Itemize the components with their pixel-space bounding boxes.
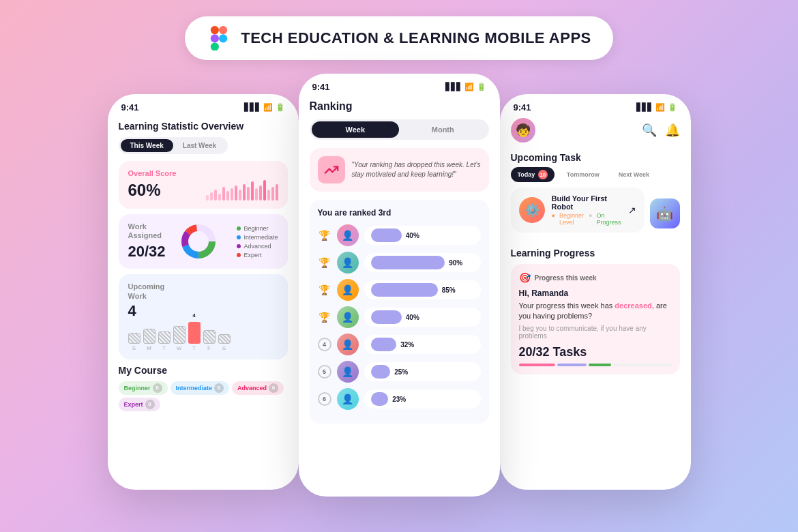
work-assigned-card: WorkAssigned 20/32 Beginner (119, 214, 288, 269)
rank-bar-container-1: 40% (364, 226, 481, 245)
rank-bar-fill-2 (371, 256, 445, 269)
rank-row-n4: 4 👤 32% (318, 334, 481, 355)
bar-fill-s2 (218, 334, 231, 344)
task-tabs[interactable]: Today 10 Tommorow Next Week (511, 167, 680, 182)
expert-dot (237, 253, 241, 257)
rank-avatar-1: 👤 (337, 224, 359, 246)
bar-fill-m (143, 329, 156, 344)
intermediate-dot (237, 235, 241, 239)
day-t1: T (162, 345, 166, 351)
beginner-dot (237, 226, 241, 231)
work-label: WorkAssigned (128, 222, 166, 240)
score-row: 60% (128, 180, 278, 201)
rank-avatar-6: 👤 (337, 388, 359, 410)
work-value: 20/32 (128, 243, 166, 261)
task-tab-tomorrow[interactable]: Tommorow (560, 168, 606, 181)
user-avatar: 🧒 (511, 118, 535, 143)
search-icon[interactable]: 🔍 (642, 123, 657, 138)
score-label: Overall Score (128, 169, 278, 177)
beginner-label: Beginner (243, 225, 268, 232)
center-battery-icon: 🔋 (477, 83, 486, 91)
upcoming-task-title: Upcoming Task (511, 152, 680, 163)
intermediate-label: Intermediate (243, 234, 278, 241)
day-m: M (147, 345, 151, 351)
rank-avatar-4: 👤 (337, 306, 359, 328)
bar-t2: 4 T (188, 322, 201, 351)
task-tab-nextweek[interactable]: Next Week (612, 168, 656, 181)
rank-number-6: 6 (318, 392, 331, 406)
this-week-tab[interactable]: This Week (121, 139, 173, 152)
rank-percent-5: 25% (394, 368, 408, 376)
ranking-tab-week[interactable]: Week (312, 121, 400, 138)
notification-icon[interactable]: 🔔 (665, 123, 680, 138)
week-tabs[interactable]: This Week Last Week (119, 137, 228, 154)
header-banner: TECH EDUCATION & LEARNING MOBILE APPS (185, 16, 613, 60)
my-course-title: My Course (119, 365, 288, 376)
rank-percent-3: 85% (442, 286, 456, 294)
svg-rect-2 (211, 34, 219, 42)
center-phone: 9:41 ▋▋▋ 📶 🔋 Ranking Week Month (299, 74, 500, 497)
right-phone: 9:41 ▋▋▋ 📶 🔋 🧒 🔍 🔔 Upcoming Task Today 1… (500, 94, 691, 490)
tag-advanced[interactable]: Advanced 0 (232, 381, 284, 395)
day-s1: S (132, 345, 136, 351)
task-count-badge: 10 (538, 170, 548, 179)
header-title: TECH EDUCATION & LEARNING MOBILE APPS (241, 29, 591, 47)
right-time: 9:41 (514, 102, 531, 113)
bar-1 (206, 195, 209, 201)
rank-row-3: 🏆 👤 85% (318, 279, 481, 301)
task-tab-today[interactable]: Today 10 (511, 167, 555, 182)
task-tab-today-label: Today (518, 171, 535, 178)
alert-card: "Your ranking has dropped this week. Let… (310, 148, 489, 192)
bar-s2: S (218, 334, 231, 351)
bar-9 (239, 190, 241, 201)
rank-percent-n4: 32% (400, 341, 414, 349)
center-wifi-icon: 📶 (464, 83, 474, 91)
day-t2: T (192, 345, 196, 351)
day-w: W (177, 345, 182, 351)
work-left: WorkAssigned 20/32 (128, 222, 166, 261)
ranking-tabs[interactable]: Week Month (310, 119, 489, 140)
bar-12 (251, 181, 254, 201)
learning-stat-title: Learning Statistic Overview (119, 121, 288, 132)
bar-6 (226, 191, 229, 201)
tag-beginner[interactable]: Beginner 0 (119, 381, 168, 395)
progress-tag-text: Progress this week (535, 274, 597, 282)
advanced-dot (237, 244, 241, 248)
bar-fill-t1 (158, 331, 171, 344)
course-tags: Beginner 0 Intermediate 0 Advanced 0 Exp… (119, 381, 288, 411)
tag-intermediate[interactable]: Intermediate 0 (171, 381, 230, 395)
task-icon: ⚙️ (519, 197, 545, 223)
task-card[interactable]: ⚙️ Build Your First Robot ● Beginner Lev… (511, 188, 645, 233)
legend-advanced: Advanced (237, 243, 278, 250)
last-week-tab[interactable]: Last Week (173, 139, 226, 152)
task-card-wrapper: ⚙️ Build Your First Robot ● Beginner Lev… (511, 188, 680, 239)
upcoming-label: UpcomingWork (128, 282, 278, 300)
prog-seg-4 (613, 364, 672, 366)
ranking-tab-month[interactable]: Month (399, 121, 487, 138)
alert-icon (318, 156, 345, 183)
day-s2: S (222, 345, 226, 351)
right-wifi-icon: 📶 (655, 103, 665, 112)
rank-bar-container-3: 85% (364, 280, 481, 299)
progress-subtext: I beg you to communicate, if you have an… (519, 325, 672, 340)
rank-percent-2: 90% (449, 259, 462, 267)
rank-avatar-3: 👤 (337, 279, 359, 301)
task-level-text: Beginner Level (559, 212, 585, 226)
bar-16 (267, 190, 270, 201)
tag-expert-count: 0 (145, 400, 155, 409)
bar-fill-s1 (128, 333, 141, 344)
rank-trophy-3: 🏆 (318, 284, 331, 295)
rank-bar-container-6: 23% (364, 389, 481, 409)
bar-fill-w (173, 326, 186, 344)
rank-number-5: 5 (318, 365, 331, 379)
progress-highlight: decreased, (615, 301, 653, 310)
rank-trophy-1: 🏆 (318, 230, 331, 241)
top-action-icons: 🔍 🔔 (642, 123, 680, 138)
task-meta: ● Beginner Level ● On Progress (552, 212, 621, 226)
tag-expert[interactable]: Expert 0 (119, 398, 160, 411)
prog-seg-3 (589, 364, 610, 366)
prog-seg-1 (519, 364, 556, 366)
my-course-section: My Course Beginner 0 Intermediate 0 Adva… (119, 365, 288, 411)
task-name: Build Your First Robot (552, 194, 621, 211)
rank-row-2: 🏆 👤 90% (318, 252, 481, 274)
